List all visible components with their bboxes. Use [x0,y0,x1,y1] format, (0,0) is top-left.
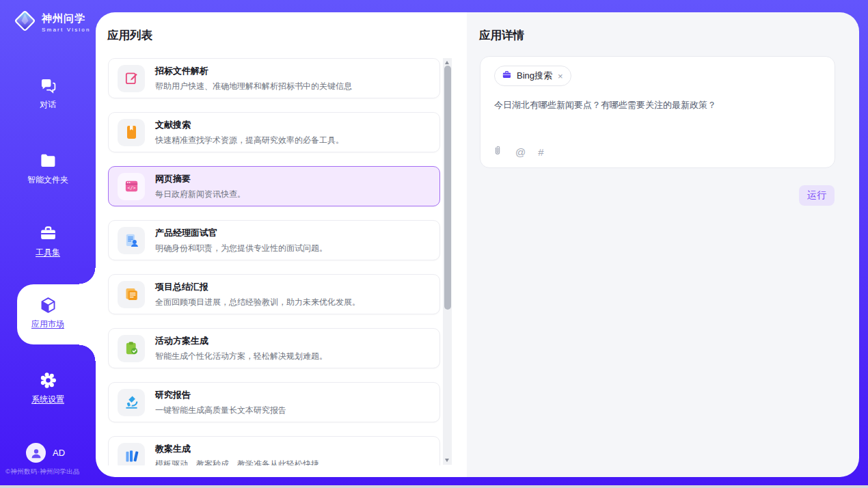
sidebar-item[interactable]: 对话 [0,77,96,111]
app-card-description: 每日政府新闻资讯快查。 [155,189,245,200]
lesson-plan-icon [118,443,145,466]
app-card-title: 招标文件解析 [155,65,352,77]
sidebar-nav: 对话 智能文件夹 工具集 应用市场 系统设置 [0,0,96,485]
sidebar-item-label: 应用市场 [31,318,64,330]
app-list-panel: 应用列表 招标文件解析 帮助用户快速、准确地理解和解析招标书中的关键信息 文献搜… [96,12,467,477]
app-card[interactable]: </> 网页摘要 每日政府新闻资讯快查。 [108,166,440,206]
scroll-up-icon[interactable] [445,61,449,64]
app-card[interactable]: 活动方案生成 智能生成个性化活动方案，轻松解决规划难题。 [108,328,440,368]
run-button[interactable]: 运行 [799,185,835,206]
app-card-title: 网页摘要 [155,173,245,185]
web-summary-icon: </> [118,173,145,200]
toolbox-icon [39,224,57,243]
literature-search-icon [118,119,145,146]
main-content: 应用列表 招标文件解析 帮助用户快速、准确地理解和解析招标书中的关键信息 文献搜… [96,12,859,477]
app-card[interactable]: 招标文件解析 帮助用户快速、准确地理解和解析招标书中的关键信息 [108,58,440,98]
bottom-strip [0,485,868,488]
sidebar-item-label: 智能文件夹 [27,174,68,186]
folder-icon [39,152,57,170]
app-detail-panel: 应用详情 Bing搜索 × 今日湖北有哪些新闻要点？有哪些需要关注的最新政策？ [467,12,859,477]
tool-chip-bing-search[interactable]: Bing搜索 × [494,66,571,86]
scrollbar-thumb[interactable] [444,66,451,310]
app-card[interactable]: 产品经理面试官 明确身份和职责，为您提供专业性的面试问题。 [108,220,440,260]
close-icon[interactable]: × [557,71,564,81]
interviewer-icon [118,227,145,254]
research-report-icon [118,389,145,416]
sidebar-item[interactable]: 智能文件夹 [0,152,96,186]
sidebar-item[interactable]: 工具集 [0,224,96,258]
app-card-description: 模板驱动，教案秒成，教学准备从此轻松快捷 [155,459,319,466]
gear-icon [39,371,57,390]
app-card-description: 一键智能生成高质量长文本研究报告 [155,405,286,416]
sidebar-item-label: 工具集 [36,247,60,258]
mention-icon[interactable]: @ [515,146,526,158]
app-list-scrollbar[interactable] [443,58,452,465]
sidebar-item-label: 系统设置 [31,394,64,405]
svg-text:</>: </> [127,185,135,191]
app-detail-title: 应用详情 [479,28,524,43]
app-list-title: 应用列表 [107,28,152,43]
sidebar: 神州问学 Smart Vision 对话 智能文件夹 工具集 应用市场 系统设置 [0,0,96,485]
app-card-description: 智能生成个性化活动方案，轻松解决规划难题。 [155,351,327,362]
tool-chip-label: Bing搜索 [517,70,552,82]
sidebar-item[interactable]: 应用市场 [0,296,96,330]
app-list: 招标文件解析 帮助用户快速、准确地理解和解析招标书中的关键信息 文献搜索 快速精… [108,58,442,465]
app-card-title: 活动方案生成 [155,335,327,347]
project-summary-icon [118,281,145,308]
copyright-text: ©神州数码·神州问学出品 [5,467,97,476]
activity-plan-icon [118,335,145,362]
app-card-description: 帮助用户快速、准确地理解和解析招标书中的关键信息 [155,81,352,92]
app-card-description: 明确身份和职责，为您提供专业性的面试问题。 [155,243,327,254]
app-card-title: 教案生成 [155,443,319,455]
sidebar-item-label: 对话 [40,99,56,111]
sidebar-item[interactable]: 系统设置 [0,371,96,405]
app-card-title: 产品经理面试官 [155,227,327,239]
input-toolbar: @ # [492,145,544,159]
user-initials: AD [53,448,65,458]
app-background: 神州问学 Smart Vision 对话 智能文件夹 工具集 应用市场 系统设置 [0,0,868,485]
scroll-down-icon[interactable] [445,459,449,462]
hash-icon[interactable]: # [538,146,543,158]
app-card-description: 全面回顾项目进展，总结经验教训，助力未来优化发展。 [155,297,360,308]
app-card[interactable]: 研究报告 一键智能生成高质量长文本研究报告 [108,382,440,422]
bid-document-icon [118,65,145,92]
app-card-title: 项目总结汇报 [155,281,360,293]
app-card[interactable]: 教案生成 模板驱动，教案秒成，教学准备从此轻松快捷 [108,436,440,465]
app-card[interactable]: 项目总结汇报 全面回顾项目进展，总结经验教训，助力未来优化发展。 [108,274,440,314]
cube-icon [39,296,57,314]
app-card-description: 快速精准查找学术资源，提高研究效率的必备工具。 [155,135,344,146]
app-detail-card: Bing搜索 × 今日湖北有哪些新闻要点？有哪些需要关注的最新政策？ @ # [480,56,835,168]
app-card-title: 文献搜索 [155,119,344,131]
attachment-icon[interactable] [492,145,503,159]
app-card-title: 研究报告 [155,389,286,401]
question-text[interactable]: 今日湖北有哪些新闻要点？有哪些需要关注的最新政策？ [494,99,821,111]
avatar[interactable] [26,443,46,463]
chat-icon [39,77,57,95]
briefcase-icon [502,70,512,83]
person-icon [30,447,42,459]
user-badge[interactable]: AD [26,443,65,463]
app-card[interactable]: 文献搜索 快速精准查找学术资源，提高研究效率的必备工具。 [108,112,440,152]
